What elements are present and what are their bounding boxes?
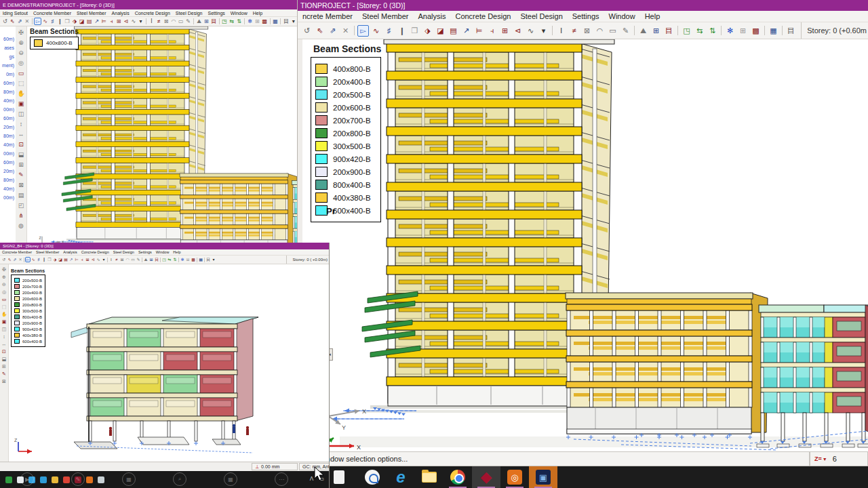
menu-item[interactable]: Steel Design [111,250,136,254]
toolbar-icon[interactable]: ⬚ [17,79,26,88]
toolbar-icon[interactable]: ⊞ [1,363,7,369]
toolbar-icon[interactable]: 目 [785,25,797,37]
menu-item[interactable]: Concrete Member [31,11,74,16]
toolbar-icon[interactable]: Ⅰ [555,25,567,37]
menu-item[interactable]: Window [228,11,250,16]
toolbar-icon[interactable]: ▾ [137,18,144,25]
toolbar-icon[interactable]: ✎ [184,18,192,25]
toolbar-icon[interactable]: ✎ [620,25,631,37]
toolbar-icon[interactable]: ▾ [101,257,106,262]
mini-taskbar-icon[interactable] [52,476,58,483]
toolbar-icon[interactable]: ◫ [1,326,7,332]
legend-item[interactable]: 300x500-B [315,141,375,151]
overlay-control-icon[interactable]: ▦ [122,472,136,486]
toolbar-icon[interactable]: ⛰ [143,257,149,262]
storey-fragment[interactable]: 60m) [0,79,16,87]
storey-fragment[interactable]: 00m) [0,105,16,114]
legend-item[interactable]: 300x500-B [14,308,42,313]
toolbar-icon[interactable]: ⊞ [115,18,123,25]
menu-item[interactable]: Steel Design [173,11,205,16]
toolbar-icon[interactable]: ❙ [396,25,408,37]
menu-item[interactable]: Steel Design [515,12,567,20]
storey-indicator[interactable]: Storey: 0 ( +0.00m) [286,256,329,264]
toolbar-icon[interactable]: ⬗ [52,257,58,262]
storey-fragment[interactable]: 80m) [0,131,16,140]
legend-item[interactable]: 200x400-B [14,290,42,295]
legend-item[interactable]: 200x700-B [14,284,42,289]
toolbar-icon[interactable]: ◳ [161,257,167,262]
toolbar-icon[interactable]: ❙ [56,18,64,25]
toolbar-icon[interactable]: ▦ [768,25,779,37]
toolbar-icon[interactable]: ↔ [17,130,26,139]
menu-item[interactable]: Help [171,250,182,254]
toolbar-icon[interactable]: ⬚ [1,304,7,310]
toolbar-icon[interactable]: ▭ [607,25,618,37]
overlay-control-icon[interactable]: ▦ [224,472,237,486]
legend-item[interactable]: 200x800-B [14,302,42,307]
menu-item[interactable]: Help [640,12,665,20]
toolbar-icon[interactable]: 目 [282,18,290,25]
toolbar-icon[interactable]: ⊕ [17,39,26,47]
menu-item[interactable]: Concrete Design [132,11,173,16]
toolbar-icon[interactable]: ✻ [246,18,254,25]
legend-item[interactable]: 400x380-B [315,192,375,203]
toolbar-icon[interactable]: ≠ [114,257,119,262]
toolbar-icon[interactable]: ⊞ [499,25,511,37]
storey-fragment[interactable]: 80m) [0,87,16,96]
toolbar-icon[interactable]: ◠ [125,257,130,262]
toolbar-icon[interactable]: ∿ [41,18,49,25]
toolbar-icon[interactable]: ⊞ [185,257,191,262]
toolbar-icon[interactable]: ✕ [340,25,351,37]
legend-item[interactable]: 800x400-B [315,180,375,190]
overlay-control-icon[interactable]: ⋯ [275,472,288,486]
toolbar-icon[interactable]: ⊠ [1,378,7,384]
menu-item[interactable]: Steel Member [357,12,413,20]
toolbar-icon[interactable]: 目 [154,257,159,262]
titlebar-main[interactable]: TIONPROJECT - [Storey: 0 (3D)] [298,0,868,11]
storey-fragment[interactable]: 40m) [0,96,16,105]
toolbar-icon[interactable]: ↕ [1,333,7,340]
menu-item[interactable]: Analysis [413,12,450,20]
toolbar-icon[interactable]: ✠ [17,28,26,37]
legend-item[interactable]: 400x800-B [315,64,375,74]
toolbar-icon[interactable]: ✋ [17,89,26,98]
toolbar-icon[interactable]: ◠ [170,18,178,25]
mini-taskbar-icon[interactable] [40,476,47,483]
toolbar-icon[interactable]: ∿ [370,25,382,37]
toolbar-icon[interactable]: ✋ [1,311,7,317]
toolbar-icon[interactable]: ⬗ [71,18,79,25]
toolbar-icon[interactable]: ▩ [750,25,762,37]
legend-item[interactable]: 800x400-B [14,314,42,319]
toolbar-icon[interactable]: ▭ [177,18,184,25]
toolbar-icon[interactable]: ⇅ [707,25,718,37]
legend-item[interactable]: 600x400-B [315,205,375,216]
toolbar-icon[interactable]: ▻ [34,18,41,25]
toolbar-icon[interactable]: 目 [663,25,675,37]
toolbar-icon[interactable]: ⊠ [17,181,26,190]
legend-item[interactable]: 200x500-B [315,89,375,100]
menu-item[interactable]: Settings [568,12,604,20]
toolbar-icon[interactable]: ◰ [17,201,26,210]
toolbar-icon[interactable]: ⊨ [100,18,108,25]
toolbar-icon[interactable]: ⇆ [694,25,705,37]
legend-item[interactable]: 400x800-B [34,39,75,47]
toolbar-icon[interactable]: ⊡ [1,348,7,354]
toolbar-icon[interactable]: ✎ [1,371,7,377]
menu-item[interactable]: Concrete Member [0,250,34,254]
toolbar-icon[interactable]: ⇖ [9,18,16,25]
toolbar-icon[interactable]: ≠ [155,18,163,25]
toolbar-icon[interactable]: ⊞ [254,18,261,25]
mini-taskbar-icon[interactable] [98,476,104,483]
3d-model-bottom-left[interactable]: Z [9,264,329,462]
storey-fragment[interactable]: ment) [0,61,16,70]
toolbar-icon[interactable]: ▩ [261,18,269,25]
toolbar-icon[interactable]: ▦ [198,257,203,262]
menu-item[interactable]: Settings [205,11,228,16]
legend-item[interactable]: 900x420-B [315,154,375,164]
menu-item[interactable]: Analysis [61,250,79,254]
toolbar-icon[interactable]: ▻ [357,25,369,37]
toolbar-icon[interactable]: ⊞ [203,18,210,25]
toolbar-icon[interactable]: ⇗ [12,257,18,262]
toolbar-icon[interactable]: ⊠ [119,257,125,262]
toolbar-icon[interactable]: ▣ [1,319,7,325]
